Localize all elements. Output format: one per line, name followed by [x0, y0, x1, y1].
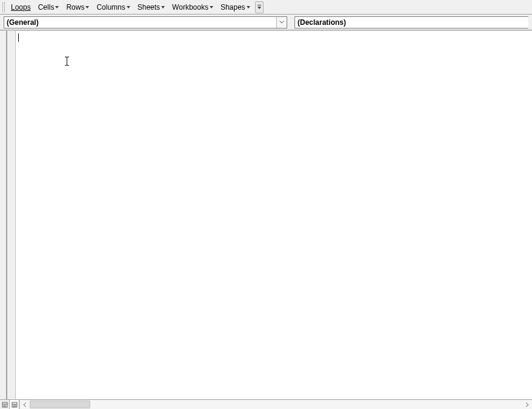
- code-editor-frame: [0, 30, 532, 399]
- overflow-caret-icon: [258, 7, 261, 9]
- ibeam-cursor-icon: [64, 56, 70, 66]
- dropdown-caret-icon: [85, 6, 89, 8]
- toolbar-grip-icon: [2, 2, 5, 12]
- procedure-dropdown-value: (Declarations): [295, 17, 528, 28]
- menubar: Loops Cells Rows Columns Sheets Workbook…: [0, 0, 532, 15]
- object-dropdown[interactable]: (General): [4, 16, 287, 28]
- menu-label: Columns: [96, 3, 125, 12]
- procedure-dropdown[interactable]: (Declarations): [294, 16, 528, 28]
- full-module-view-icon: [12, 402, 18, 408]
- code-editor[interactable]: [16, 31, 532, 399]
- text-caret-icon: [18, 33, 19, 42]
- object-dropdown-value: (General): [4, 17, 276, 28]
- procedure-view-button[interactable]: [0, 400, 10, 409]
- menu-rows[interactable]: Rows: [62, 2, 93, 13]
- chevron-left-icon: [23, 402, 27, 407]
- menu-label: Rows: [66, 3, 84, 12]
- scroll-left-button[interactable]: [20, 400, 30, 409]
- menu-label: Cells: [38, 3, 55, 12]
- scrollbar-track[interactable]: [30, 400, 522, 409]
- menu-label: Loops: [11, 3, 31, 12]
- horizontal-scrollbar[interactable]: [19, 400, 532, 409]
- bottom-strip: [0, 399, 532, 409]
- menu-columns[interactable]: Columns: [93, 2, 133, 13]
- scroll-right-button[interactable]: [522, 400, 532, 409]
- dropdown-caret-icon: [55, 6, 59, 8]
- menu-label: Sheets: [138, 3, 160, 12]
- menu-shapes[interactable]: Shapes: [217, 2, 254, 13]
- chevron-right-icon: [525, 402, 529, 407]
- menu-sheets[interactable]: Sheets: [134, 2, 168, 13]
- dropdown-caret-icon: [247, 6, 250, 8]
- menu-workbooks[interactable]: Workbooks: [168, 2, 217, 13]
- dropdown-caret-icon: [161, 6, 165, 8]
- menu-loops[interactable]: Loops: [7, 2, 35, 13]
- menu-label: Shapes: [221, 3, 245, 12]
- full-module-view-button[interactable]: [10, 400, 19, 409]
- menu-label: Workbooks: [172, 3, 208, 12]
- overflow-bar-icon: [258, 5, 261, 5]
- toolbar-overflow-button[interactable]: [255, 1, 264, 13]
- scrollbar-thumb[interactable]: [30, 401, 90, 408]
- dropdown-caret-icon: [210, 6, 213, 8]
- menu-cells[interactable]: Cells: [35, 2, 63, 13]
- procedure-view-icon: [2, 402, 8, 408]
- margin-indicator-bar[interactable]: [7, 31, 16, 399]
- chevron-down-icon: [276, 17, 287, 28]
- code-window-border: [0, 31, 7, 399]
- dropdown-caret-icon: [127, 6, 130, 8]
- code-header-row: (General) (Declarations): [0, 15, 532, 30]
